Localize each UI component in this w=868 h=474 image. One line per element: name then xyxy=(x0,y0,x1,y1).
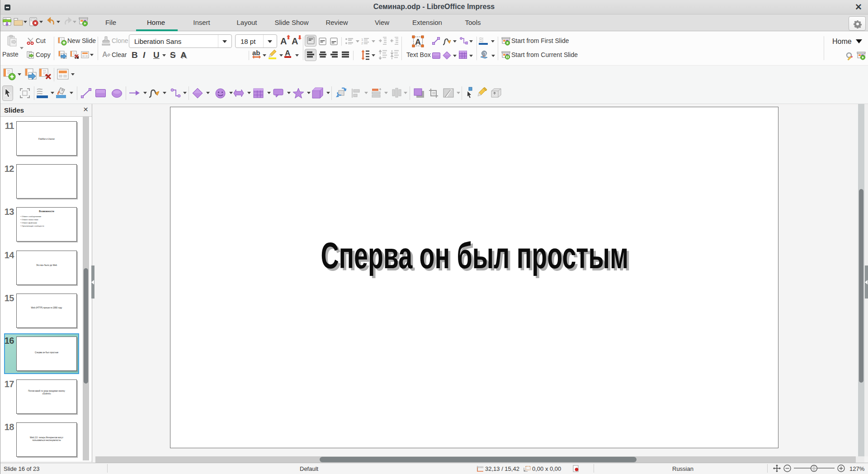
svg-text:2: 2 xyxy=(361,41,363,44)
svg-text:A: A xyxy=(102,51,108,58)
svg-text:A: A xyxy=(415,38,421,47)
